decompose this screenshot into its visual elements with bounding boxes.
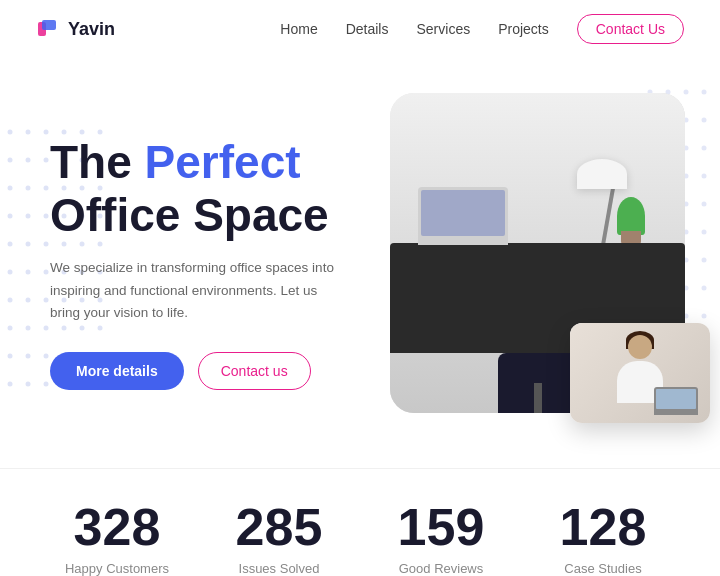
stat-issues-solved: 285 Issues Solved	[198, 501, 360, 576]
video-card-inner	[570, 323, 710, 423]
nav-projects[interactable]: Projects	[498, 21, 549, 37]
contact-us-button[interactable]: Contact us	[198, 352, 311, 390]
stat-label-2: Good Reviews	[370, 561, 512, 576]
logo-text: Yavin	[68, 19, 115, 40]
svg-point-40	[44, 298, 49, 303]
svg-point-51	[26, 354, 31, 359]
video-laptop	[654, 387, 698, 415]
svg-point-50	[8, 354, 13, 359]
svg-point-34	[44, 270, 49, 275]
svg-point-81	[702, 202, 707, 207]
hero-buttons: More details Contact us	[50, 352, 390, 390]
plant-leaves	[617, 197, 645, 235]
svg-point-58	[44, 382, 49, 387]
svg-point-69	[702, 118, 707, 123]
chair-leg	[534, 383, 542, 413]
svg-point-20	[8, 214, 13, 219]
svg-point-15	[26, 186, 31, 191]
desk-laptop	[418, 187, 508, 245]
more-details-button[interactable]: More details	[50, 352, 184, 390]
person-head	[628, 335, 652, 359]
stat-good-reviews: 159 Good Reviews	[360, 501, 522, 576]
hero-image-area	[390, 83, 700, 443]
stat-label-1: Issues Solved	[208, 561, 350, 576]
svg-point-16	[44, 186, 49, 191]
svg-point-4	[44, 130, 49, 135]
svg-point-77	[702, 174, 707, 179]
hero-section: (function(){ var svg = document.currentS…	[0, 58, 720, 448]
nav-contact-button[interactable]: Contact Us	[577, 14, 684, 44]
hero-title-part1: The	[50, 136, 145, 188]
svg-point-6	[80, 130, 85, 135]
svg-point-39	[26, 298, 31, 303]
svg-point-32	[8, 270, 13, 275]
svg-point-33	[26, 270, 31, 275]
hero-description: We specialize in transforming office spa…	[50, 257, 345, 324]
svg-point-2	[8, 130, 13, 135]
svg-point-44	[8, 326, 13, 331]
video-card	[570, 323, 710, 423]
svg-point-65	[702, 90, 707, 95]
laptop-screen	[421, 190, 505, 236]
svg-point-9	[26, 158, 31, 163]
svg-point-46	[44, 326, 49, 331]
svg-point-89	[702, 258, 707, 263]
nav-home[interactable]: Home	[280, 21, 317, 37]
svg-point-97	[702, 314, 707, 319]
svg-point-14	[8, 186, 13, 191]
desk-plant	[617, 195, 645, 245]
logo[interactable]: Yavin	[36, 18, 115, 40]
svg-point-38	[8, 298, 13, 303]
stat-number-3: 128	[532, 501, 674, 553]
svg-point-28	[44, 242, 49, 247]
stats-section: 328 Happy Customers 285 Issues Solved 15…	[0, 468, 720, 576]
stat-number-1: 285	[208, 501, 350, 553]
stat-case-studies: 128 Case Studies	[522, 501, 684, 576]
logo-icon	[36, 18, 60, 40]
svg-point-26	[8, 242, 13, 247]
svg-point-45	[26, 326, 31, 331]
svg-point-57	[26, 382, 31, 387]
svg-point-73	[702, 146, 707, 151]
svg-rect-1	[42, 20, 56, 30]
svg-point-56	[8, 382, 13, 387]
hero-title: The Perfect Office Space	[50, 136, 390, 242]
svg-point-52	[44, 354, 49, 359]
nav-services[interactable]: Services	[416, 21, 470, 37]
stat-number-0: 328	[46, 501, 188, 553]
stat-label-3: Case Studies	[532, 561, 674, 576]
svg-point-27	[26, 242, 31, 247]
svg-point-3	[26, 130, 31, 135]
svg-point-8	[8, 158, 13, 163]
svg-point-22	[44, 214, 49, 219]
nav-links: Home Details Services Projects Contact U…	[280, 14, 684, 44]
svg-point-85	[702, 230, 707, 235]
navbar: Yavin Home Details Services Projects Con…	[0, 0, 720, 58]
video-laptop-screen	[656, 389, 696, 409]
stat-label-0: Happy Customers	[46, 561, 188, 576]
svg-point-21	[26, 214, 31, 219]
hero-title-part2: Office Space	[50, 189, 329, 241]
stat-happy-customers: 328 Happy Customers	[36, 501, 198, 576]
svg-point-93	[702, 286, 707, 291]
hero-title-highlight: Perfect	[145, 136, 301, 188]
svg-point-10	[44, 158, 49, 163]
hero-content: The Perfect Office Space We specialize i…	[50, 136, 390, 391]
lamp-head	[577, 159, 627, 189]
stat-number-2: 159	[370, 501, 512, 553]
nav-details[interactable]: Details	[346, 21, 389, 37]
svg-point-5	[62, 130, 67, 135]
svg-point-7	[98, 130, 103, 135]
